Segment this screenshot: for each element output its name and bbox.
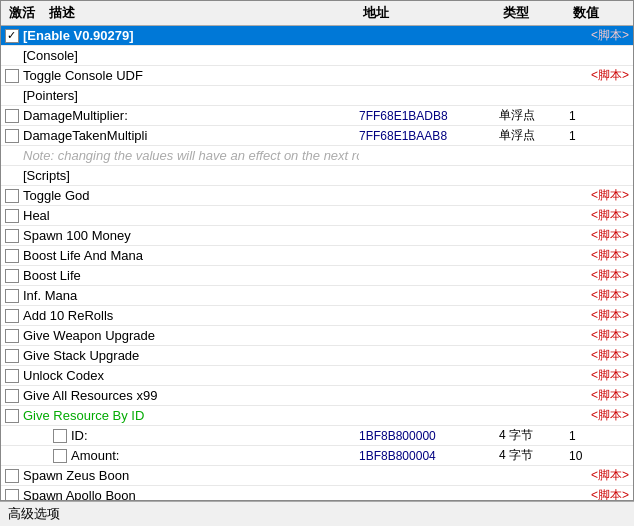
table-row[interactable]: Toggle Console UDF<脚本> bbox=[1, 66, 633, 86]
row-script-tag: <脚本> bbox=[591, 247, 629, 264]
row-checkbox[interactable] bbox=[53, 449, 67, 463]
row-addr: 7FF68E1BAAB8 bbox=[359, 129, 499, 143]
row-desc: [Enable V0.90279] bbox=[23, 28, 381, 43]
row-script-tag: <脚本> bbox=[591, 207, 629, 224]
table-row[interactable]: Unlock Codex<脚本> bbox=[1, 366, 633, 386]
row-checkbox[interactable] bbox=[5, 269, 19, 283]
row-addr: 1BF8B800000 bbox=[359, 429, 499, 443]
row-type: 单浮点 bbox=[499, 127, 569, 144]
table-row[interactable]: Boost Life And Mana<脚本> bbox=[1, 246, 633, 266]
table-row[interactable]: Spawn 100 Money<脚本> bbox=[1, 226, 633, 246]
row-checkbox[interactable] bbox=[5, 129, 19, 143]
header-type: 类型 bbox=[499, 3, 569, 23]
row-script-tag: <脚本> bbox=[591, 367, 629, 384]
table-row[interactable]: Add 10 ReRolls<脚本> bbox=[1, 306, 633, 326]
row-desc: DamageTakenMultipli bbox=[23, 128, 359, 143]
row-desc: Note: changing the values will have an e… bbox=[23, 148, 359, 163]
row-checkbox[interactable] bbox=[5, 289, 19, 303]
row-desc: DamageMultiplier: bbox=[23, 108, 359, 123]
row-script-tag: <脚本> bbox=[591, 287, 629, 304]
row-desc: Boost Life And Mana bbox=[23, 248, 381, 263]
table-row[interactable]: [Scripts] bbox=[1, 166, 633, 186]
table-header: 激活 描述 地址 类型 数值 bbox=[1, 1, 633, 26]
row-desc: Spawn Apollo Boon bbox=[23, 488, 381, 501]
row-value: 1 bbox=[569, 109, 629, 123]
row-type: 4 字节 bbox=[499, 427, 569, 444]
header-desc: 描述 bbox=[45, 3, 359, 23]
row-checkbox[interactable] bbox=[5, 389, 19, 403]
row-script-tag: <脚本> bbox=[591, 267, 629, 284]
row-desc: Toggle Console UDF bbox=[23, 68, 381, 83]
row-checkbox[interactable] bbox=[5, 489, 19, 502]
table-row[interactable]: Give All Resources x99<脚本> bbox=[1, 386, 633, 406]
row-desc: [Pointers] bbox=[23, 88, 359, 103]
row-checkbox[interactable] bbox=[5, 369, 19, 383]
table-row[interactable]: DamageMultiplier:7FF68E1BADB8单浮点1 bbox=[1, 106, 633, 126]
row-checkbox[interactable] bbox=[5, 309, 19, 323]
table-row[interactable]: Inf. Mana<脚本> bbox=[1, 286, 633, 306]
row-checkbox[interactable] bbox=[5, 69, 19, 83]
table-row[interactable]: Toggle God<脚本> bbox=[1, 186, 633, 206]
row-desc: Give Stack Upgrade bbox=[23, 348, 381, 363]
row-type: 4 字节 bbox=[499, 447, 569, 464]
row-script-tag: <脚本> bbox=[591, 187, 629, 204]
row-addr: 1BF8B800004 bbox=[359, 449, 499, 463]
row-script-tag: <脚本> bbox=[591, 487, 629, 501]
row-addr: 7FF68E1BADB8 bbox=[359, 109, 499, 123]
row-desc: Spawn Zeus Boon bbox=[23, 468, 381, 483]
table-row[interactable]: Heal<脚本> bbox=[1, 206, 633, 226]
row-checkbox[interactable] bbox=[5, 109, 19, 123]
row-desc: Spawn 100 Money bbox=[23, 228, 381, 243]
table-row[interactable]: Spawn Zeus Boon<脚本> bbox=[1, 466, 633, 486]
row-checkbox[interactable] bbox=[53, 429, 67, 443]
footer: 高级选项 bbox=[0, 501, 634, 526]
table-row[interactable]: [Console] bbox=[1, 46, 633, 66]
row-script-tag: <脚本> bbox=[591, 407, 629, 424]
row-desc: Amount: bbox=[71, 448, 359, 463]
row-value: 1 bbox=[569, 129, 629, 143]
row-value: 10 bbox=[569, 449, 629, 463]
table-row[interactable]: [Pointers] bbox=[1, 86, 633, 106]
row-checkbox[interactable] bbox=[5, 409, 19, 423]
row-script-tag: <脚本> bbox=[591, 27, 629, 44]
table-row[interactable]: Give Resource By ID<脚本> bbox=[1, 406, 633, 426]
table-row[interactable]: Give Weapon Upgrade<脚本> bbox=[1, 326, 633, 346]
row-desc: Inf. Mana bbox=[23, 288, 381, 303]
row-checkbox[interactable] bbox=[5, 349, 19, 363]
table-row[interactable]: DamageTakenMultipli7FF68E1BAAB8单浮点1 bbox=[1, 126, 633, 146]
row-script-tag: <脚本> bbox=[591, 327, 629, 344]
row-checkbox[interactable] bbox=[5, 29, 19, 43]
header-value: 数值 bbox=[569, 3, 629, 23]
row-desc: [Console] bbox=[23, 48, 359, 63]
header-addr: 地址 bbox=[359, 3, 499, 23]
table-row[interactable]: ID:1BF8B8000004 字节1 bbox=[1, 426, 633, 446]
row-checkbox[interactable] bbox=[5, 469, 19, 483]
footer-label: 高级选项 bbox=[8, 506, 60, 521]
row-desc: [Scripts] bbox=[23, 168, 359, 183]
rows-container: [Enable V0.90279]<脚本>[Console]Toggle Con… bbox=[1, 26, 633, 501]
header-active: 激活 bbox=[5, 3, 45, 23]
table-row[interactable]: Note: changing the values will have an e… bbox=[1, 146, 633, 166]
row-desc: Unlock Codex bbox=[23, 368, 381, 383]
row-value: 1 bbox=[569, 429, 629, 443]
table-row[interactable]: Boost Life<脚本> bbox=[1, 266, 633, 286]
row-type: 单浮点 bbox=[499, 107, 569, 124]
row-desc: Add 10 ReRolls bbox=[23, 308, 381, 323]
row-desc: ID: bbox=[71, 428, 359, 443]
cheat-table[interactable]: 激活 描述 地址 类型 数值 [Enable V0.90279]<脚本>[Con… bbox=[0, 0, 634, 501]
row-desc: Toggle God bbox=[23, 188, 381, 203]
table-row[interactable]: Amount:1BF8B8000044 字节10 bbox=[1, 446, 633, 466]
row-desc: Heal bbox=[23, 208, 381, 223]
row-desc: Give Resource By ID bbox=[23, 408, 381, 423]
row-desc: Boost Life bbox=[23, 268, 381, 283]
row-script-tag: <脚本> bbox=[591, 67, 629, 84]
table-row[interactable]: [Enable V0.90279]<脚本> bbox=[1, 26, 633, 46]
table-row[interactable]: Spawn Apollo Boon<脚本> bbox=[1, 486, 633, 501]
row-script-tag: <脚本> bbox=[591, 307, 629, 324]
table-row[interactable]: Give Stack Upgrade<脚本> bbox=[1, 346, 633, 366]
row-checkbox[interactable] bbox=[5, 209, 19, 223]
row-checkbox[interactable] bbox=[5, 249, 19, 263]
row-checkbox[interactable] bbox=[5, 229, 19, 243]
row-checkbox[interactable] bbox=[5, 329, 19, 343]
row-checkbox[interactable] bbox=[5, 189, 19, 203]
